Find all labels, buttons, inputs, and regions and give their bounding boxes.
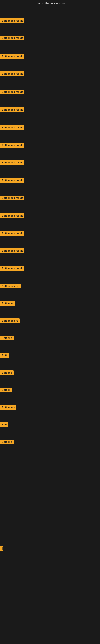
bottleneck-result-item[interactable]: Bott	[0, 422, 8, 428]
bottleneck-badge[interactable]: Bottleneck result	[0, 143, 24, 148]
bottleneck-result-item[interactable]: Bottlene	[0, 336, 14, 341]
site-title: TheBottlenecker.com	[0, 0, 100, 7]
bottleneck-badge[interactable]: Bottleneck result	[0, 213, 24, 218]
bottleneck-badge[interactable]: Bott	[0, 422, 8, 427]
bottleneck-result-item[interactable]: Bottleneck	[0, 405, 16, 410]
bottleneck-result-item[interactable]: Bottleneck res	[0, 284, 21, 289]
bottleneck-badge[interactable]: Bottleneck result	[0, 196, 24, 200]
bottleneck-result-item[interactable]: Bottleneck result	[0, 248, 24, 254]
bottleneck-result-item[interactable]: Bottleneck result	[0, 18, 24, 24]
bottleneck-badge[interactable]: Bottleneck result	[0, 266, 24, 271]
bottleneck-result-item[interactable]: Bottleneck re	[0, 318, 20, 324]
bottleneck-badge[interactable]: Bottleneck	[0, 405, 16, 410]
bottleneck-badge[interactable]: Bottlene	[0, 370, 14, 375]
bottleneck-badge[interactable]: Bottleneck result	[0, 178, 24, 182]
bottleneck-badge[interactable]: Bottleneck result	[0, 231, 24, 236]
bottleneck-result-item[interactable]: Bottleneck result	[0, 54, 24, 59]
bottleneck-badge[interactable]: Bottleneck result	[0, 108, 24, 112]
bottleneck-badge[interactable]: Bottlenec	[0, 301, 15, 306]
bottleneck-badge[interactable]: Bottleneck result	[0, 36, 24, 40]
bottleneck-badge[interactable]: Bottleneck result	[0, 125, 24, 130]
bottleneck-badge[interactable]: Bottleneck result	[0, 54, 24, 58]
bottleneck-badge[interactable]: Bottleneck result	[0, 72, 24, 76]
bottleneck-result-item[interactable]: Bottleneck result	[0, 178, 24, 183]
bottleneck-result-item[interactable]: Bottlene	[0, 440, 14, 445]
bottleneck-badge[interactable]: Bottlene	[0, 440, 14, 444]
bottleneck-result-item[interactable]: ▌	[0, 546, 3, 552]
bottleneck-badge[interactable]: Bottleneck res	[0, 284, 21, 288]
bottleneck-result-item[interactable]: Bottleneck result	[0, 36, 24, 41]
bottleneck-result-item[interactable]: Bottleneck result	[0, 72, 24, 77]
bottleneck-result-item[interactable]: Bottleneck result	[0, 125, 24, 130]
bottleneck-result-item[interactable]: Bottlen	[0, 388, 12, 393]
bottleneck-result-item[interactable]: Bottl	[0, 353, 9, 358]
bottleneck-badge[interactable]: ▌	[0, 546, 3, 551]
bottleneck-result-item[interactable]: Bottlene	[0, 370, 14, 376]
bottleneck-badge[interactable]: Bottleneck result	[0, 248, 24, 253]
bottleneck-badge[interactable]: Bottl	[0, 353, 9, 358]
bottleneck-result-item[interactable]: Bottleneck result	[0, 196, 24, 201]
bottleneck-badge[interactable]: Bottlene	[0, 336, 14, 340]
bottleneck-result-item[interactable]: Bottleneck result	[0, 108, 24, 113]
bottleneck-result-item[interactable]: Bottleneck result	[0, 231, 24, 236]
bottleneck-result-item[interactable]: Bottleneck result	[0, 143, 24, 148]
bottleneck-badge[interactable]: Bottleneck result	[0, 90, 24, 94]
bottleneck-result-item[interactable]: Bottleneck result	[0, 213, 24, 219]
bottleneck-result-item[interactable]: Bottlenec	[0, 301, 15, 306]
bottleneck-result-item[interactable]: Bottleneck result	[0, 90, 24, 95]
bottleneck-result-item[interactable]: Bottleneck result	[0, 266, 24, 272]
bottleneck-badge[interactable]: Bottleneck result	[0, 18, 24, 23]
bottleneck-badge[interactable]: Bottlen	[0, 388, 12, 392]
bottleneck-badge[interactable]: Bottleneck re	[0, 318, 20, 323]
bottleneck-badge[interactable]: Bottleneck result	[0, 160, 24, 165]
bottleneck-result-item[interactable]: Bottleneck result	[0, 160, 24, 166]
